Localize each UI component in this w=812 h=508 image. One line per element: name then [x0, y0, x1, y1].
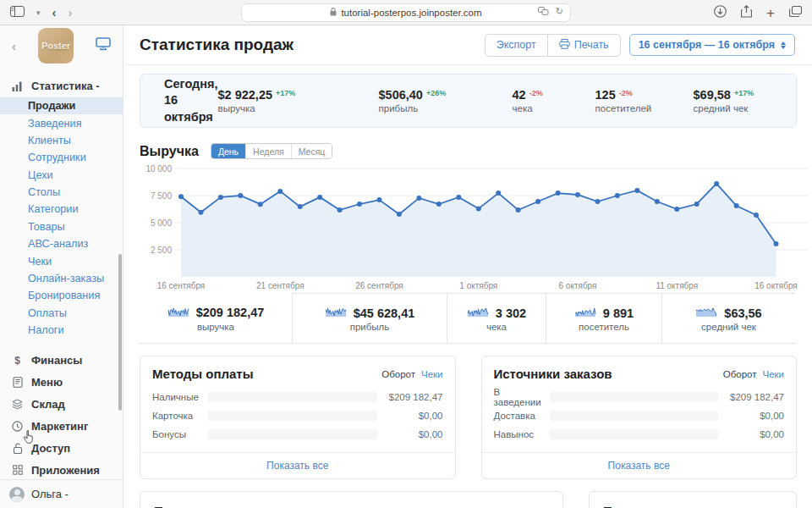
print-label: Печать [574, 39, 609, 51]
sources-show-all-link[interactable]: Показать все [482, 452, 797, 478]
back-button[interactable]: ‹ [52, 6, 57, 19]
sidebar-item-бронирования[interactable]: Бронирования [0, 287, 123, 304]
sidebar-item-цехи[interactable]: Цехи [0, 167, 123, 184]
sidebar-section-финансы[interactable]: $Финансы [0, 349, 123, 371]
lock-icon [330, 8, 337, 18]
chart-tab-день[interactable]: День [211, 144, 245, 158]
by-weekday-card: По дням недели 50 000 [589, 491, 797, 508]
revenue-line-chart[interactable]: 2 5005 0007 50010 00016 сентября21 сентя… [140, 163, 797, 291]
poster-logo[interactable]: Poster [38, 28, 74, 64]
summary-tab-средний-чек[interactable]: $63,56средний чек [661, 293, 795, 343]
updown-icon [781, 41, 786, 49]
sidebar-item-заведения[interactable]: Заведения [0, 114, 123, 131]
stat-value: $69,58 [694, 88, 731, 102]
payment-view-active[interactable]: Оборот [381, 369, 415, 379]
summary-tab-посетитель[interactable]: 9 891посетитель [546, 293, 661, 343]
summary-tab-прибыль[interactable]: $45 628,41прибыль [292, 293, 447, 343]
chart-tab-неделя[interactable]: Неделя [245, 144, 291, 158]
export-label: Экспорт [497, 39, 536, 51]
summary-value: $45 628,41 [354, 306, 415, 320]
export-button[interactable]: Экспорт [486, 35, 547, 56]
new-tab-icon[interactable]: + [766, 6, 775, 20]
translate-icon[interactable] [538, 7, 549, 18]
svg-text:7 500: 7 500 [151, 191, 172, 201]
sidebar-item-оплаты[interactable]: Оплаты [0, 305, 123, 322]
summary-label: посетитель [579, 322, 629, 332]
sidebar-item-чеки[interactable]: Чеки [0, 252, 123, 269]
payment-row: Бонусы$0,00 [152, 425, 443, 444]
sidebar-section-маркетинг[interactable]: Маркетинг [0, 415, 123, 437]
summary-label: прибыль [350, 322, 390, 332]
today-stat-top: 125-2% [595, 88, 661, 102]
sidebar-item-столы[interactable]: Столы [0, 184, 123, 201]
bar-value: $0,00 [377, 411, 443, 421]
summary-top: $63,56 [695, 305, 761, 321]
payment-title: Методы оплаты [152, 367, 254, 381]
url-text: tutorial-posterpos.joinposter.com [341, 8, 481, 18]
today-stat-выручка: $2 922,25+17%выручка [218, 88, 347, 113]
sidebar-section-statistics[interactable]: Статистика - [0, 76, 123, 97]
bar-track [550, 392, 719, 402]
by-weekday-title: По дням недели [603, 504, 782, 508]
collapse-sidebar-icon[interactable]: ‹ [12, 39, 16, 53]
sources-row: Доставка$0,00 [494, 406, 785, 425]
summary-top: $45 628,41 [325, 305, 415, 321]
sidebar-item-сотрудники[interactable]: Сотрудники [0, 149, 123, 166]
share-icon[interactable] [741, 5, 752, 21]
period-summary-tabs: $209 182,47выручка$45 628,41прибыль3 302… [140, 293, 797, 344]
forward-button[interactable]: › [69, 6, 73, 19]
sources-view-active[interactable]: Оборот [723, 369, 757, 379]
sidebar-item-авс-анализ[interactable]: АВС-анализ [0, 235, 123, 252]
sidebar-item-товары[interactable]: Товары [0, 218, 123, 235]
svg-text:6 октября: 6 октября [559, 281, 597, 290]
sidebar-item-налоги[interactable]: Налоги [0, 322, 123, 339]
sidebar-item-категории[interactable]: Категории [0, 201, 123, 218]
chevron-down-icon[interactable]: ▾ [36, 8, 41, 17]
sidebar-item-онлайн-заказы[interactable]: Онлайн-заказы [0, 270, 123, 287]
payment-show-all-link[interactable]: Показать все [140, 452, 455, 478]
mouse-cursor [23, 429, 36, 448]
sidebar-scrollbar[interactable] [118, 254, 122, 411]
sources-view-link[interactable]: Чеки [762, 369, 784, 379]
payment-view-link[interactable]: Чеки [421, 369, 443, 379]
downloads-icon[interactable] [714, 5, 727, 21]
sidebar-section-доступ[interactable]: Доступ [0, 437, 123, 459]
pos-terminal-icon[interactable] [96, 37, 111, 54]
stat-percent: -2% [529, 89, 543, 97]
sidebar-item-продажи[interactable]: Продажи [0, 97, 123, 114]
by-time-card: По времени 20 000 [140, 491, 563, 508]
today-stat-чека: 42-2%чека [513, 88, 563, 113]
by-time-title: По времени [154, 504, 549, 508]
bar-value: $0,00 [377, 429, 443, 439]
sidebar-item-клиенты[interactable]: Клиенты [0, 132, 123, 149]
summary-label: чека [486, 322, 507, 332]
stat-percent: +26% [426, 89, 446, 97]
sparkline-icon [695, 305, 717, 321]
stat-label: прибыль [379, 103, 480, 113]
sidebar-toggle-icon[interactable] [10, 5, 25, 20]
reload-icon[interactable]: ↻ [556, 7, 563, 18]
chart-tab-месяц[interactable]: Месяц [291, 144, 332, 158]
bar-track [208, 392, 377, 402]
summary-tab-чека[interactable]: 3 302чека [447, 293, 546, 343]
payment-methods-card: Методы оплатыОборотЧекиНаличные$209 182,… [140, 356, 456, 479]
today-stat-средний-чек: $69,58+17%средний чек [694, 88, 754, 113]
date-range-selector[interactable]: 16 сентября — 16 октября [629, 34, 795, 56]
sidebar-section-меню[interactable]: Меню [0, 371, 123, 393]
sidebar-section-склад[interactable]: Склад [0, 393, 123, 415]
sidebar-section-приложения[interactable]: Приложения [0, 459, 123, 481]
stat-label: выручка [218, 103, 347, 113]
sidebar-user[interactable]: Ольга - [0, 479, 123, 508]
summary-value: $209 182,47 [196, 306, 265, 319]
tab-overview-icon[interactable] [789, 5, 802, 20]
summary-top: 3 302 [467, 305, 526, 321]
sidebar-section-label: Маркетинг [31, 420, 88, 433]
today-stat-top: $2 922,25+17% [218, 88, 347, 102]
printer-icon [559, 39, 570, 52]
address-bar[interactable]: tutorial-posterpos.joinposter.com ↻ [241, 3, 571, 22]
svg-text:16 сентября: 16 сентября [157, 281, 206, 290]
sidebar-section-label: Статистика - [31, 80, 100, 92]
print-button[interactable]: Печать [547, 35, 620, 56]
summary-tab-выручка[interactable]: $209 182,47выручка [140, 293, 292, 343]
today-stat-top: $69,58+17% [694, 88, 754, 102]
